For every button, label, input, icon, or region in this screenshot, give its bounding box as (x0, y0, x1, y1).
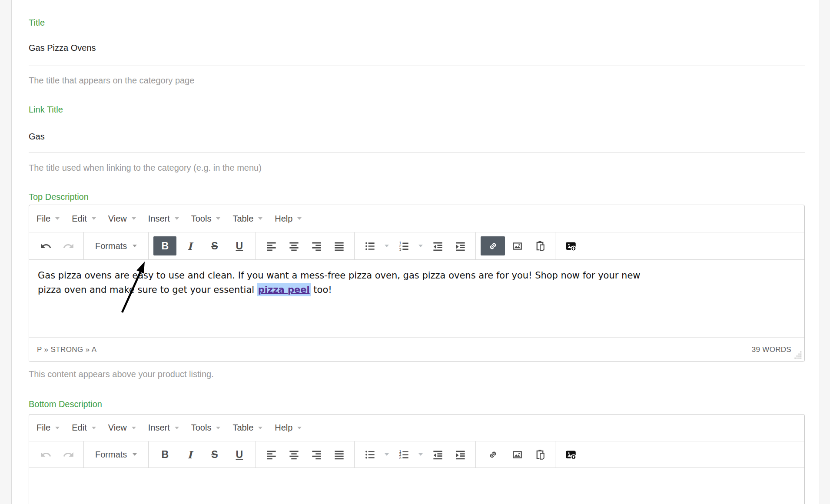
menu-view[interactable]: View (108, 423, 136, 433)
italic-button[interactable]: I (178, 236, 201, 255)
toolbar-separator (555, 232, 555, 259)
menu-edit[interactable]: Edit (72, 423, 96, 433)
pizza-peel-link[interactable]: pizza peel (257, 283, 311, 296)
undo-button[interactable] (35, 236, 56, 255)
resize-grip[interactable] (794, 351, 802, 359)
outdent-icon (432, 449, 444, 461)
indent-button[interactable] (450, 236, 471, 255)
menu-file[interactable]: File (37, 214, 60, 224)
bullet-list-dropdown[interactable] (382, 236, 392, 255)
bullet-list-button[interactable] (359, 236, 380, 255)
menu-tools[interactable]: Tools (191, 423, 221, 433)
redo-button[interactable] (58, 445, 79, 464)
toolbar-separator (354, 232, 355, 259)
chevron-down-icon (132, 427, 136, 429)
toolbar-separator (83, 441, 84, 468)
numbered-list-icon (398, 449, 410, 461)
rich-text-content[interactable] (29, 468, 804, 504)
bottom-description-label: Bottom Description (29, 399, 102, 409)
rich-text-content[interactable]: Gas pizza ovens are easy to use and clea… (29, 260, 804, 337)
link-icon (487, 240, 499, 252)
image-icon (511, 240, 523, 252)
align-left-button[interactable] (261, 236, 282, 255)
chevron-down-icon (132, 217, 136, 220)
chevron-down-icon (92, 427, 96, 429)
align-right-icon (311, 449, 322, 461)
top-description-label: Top Description (29, 192, 89, 202)
align-center-button[interactable] (283, 445, 304, 464)
undo-button[interactable] (35, 445, 56, 464)
align-right-button[interactable] (306, 236, 327, 255)
redo-icon (63, 449, 74, 461)
link-button[interactable] (481, 236, 505, 255)
align-center-icon (288, 449, 300, 461)
word-count: 39 WORDS (752, 345, 791, 354)
page-left-gutter (0, 0, 12, 504)
insert-image-button[interactable] (507, 445, 528, 464)
align-justify-button[interactable] (329, 236, 349, 255)
strikethrough-button[interactable]: S (203, 445, 226, 464)
formats-dropdown[interactable]: Formats (89, 236, 143, 255)
align-left-button[interactable] (261, 445, 282, 464)
numbered-list-dropdown[interactable] (416, 445, 425, 464)
align-right-button[interactable] (306, 445, 327, 464)
numbered-list-icon (398, 240, 410, 252)
outdent-button[interactable] (427, 445, 448, 464)
outdent-button[interactable] (427, 236, 448, 255)
bullet-list-button[interactable] (359, 445, 380, 464)
link-title-field-label: Link Title (29, 104, 63, 115)
toolbar-separator (256, 232, 256, 259)
toolbar-separator (148, 232, 149, 259)
undo-icon (40, 449, 52, 461)
align-justify-button[interactable] (329, 445, 349, 464)
title-input[interactable]: Gas Pizza Ovens (29, 42, 96, 53)
menu-table[interactable]: Table (232, 423, 262, 433)
formats-dropdown[interactable]: Formats (89, 445, 143, 464)
editor-menubar: File Edit View Insert Tools Table Help (29, 205, 804, 232)
menu-insert[interactable]: Insert (148, 423, 179, 433)
underline-button[interactable]: U (228, 236, 251, 255)
element-path[interactable]: P » STRONG » A (37, 345, 97, 354)
link-button[interactable] (481, 445, 505, 464)
chevron-down-icon (418, 453, 423, 456)
toolbar-separator (475, 441, 476, 468)
menu-insert[interactable]: Insert (148, 214, 179, 224)
bold-button[interactable]: B (153, 236, 176, 255)
image-upload-button[interactable] (560, 236, 581, 255)
toolbar-separator (83, 232, 84, 259)
numbered-list-dropdown[interactable] (416, 236, 425, 255)
numbered-list-button[interactable] (393, 445, 414, 464)
indent-button[interactable] (450, 445, 471, 464)
redo-button[interactable] (58, 236, 79, 255)
image-upload-icon (565, 449, 577, 461)
italic-button[interactable]: I (178, 445, 201, 464)
align-center-button[interactable] (283, 236, 304, 255)
title-field-label: Title (29, 17, 45, 28)
chevron-down-icon (175, 427, 179, 429)
menu-tools[interactable]: Tools (191, 214, 221, 224)
menu-edit[interactable]: Edit (72, 214, 96, 224)
indent-icon (455, 449, 466, 461)
menu-table[interactable]: Table (232, 214, 262, 224)
menu-help[interactable]: Help (275, 423, 302, 433)
link-title-input[interactable]: Gas (29, 131, 45, 142)
chevron-down-icon (175, 217, 179, 220)
bullet-list-dropdown[interactable] (382, 445, 392, 464)
insert-image-button[interactable] (507, 236, 528, 255)
chevron-down-icon (55, 427, 60, 429)
editor-toolbar: Formats B I S U (29, 441, 804, 468)
chevron-down-icon (385, 453, 389, 456)
paste-button[interactable] (529, 445, 550, 464)
align-center-icon (288, 240, 300, 252)
numbered-list-button[interactable] (393, 236, 414, 255)
image-upload-button[interactable] (560, 445, 581, 464)
paste-button[interactable] (529, 236, 550, 255)
bold-button[interactable]: B (153, 445, 176, 464)
menu-help[interactable]: Help (275, 214, 302, 224)
menu-view[interactable]: View (108, 214, 136, 224)
underline-button[interactable]: U (228, 445, 251, 464)
menu-file[interactable]: File (37, 423, 60, 433)
chevron-down-icon (297, 217, 302, 220)
bullet-list-icon (364, 449, 376, 461)
strikethrough-button[interactable]: S (203, 236, 226, 255)
